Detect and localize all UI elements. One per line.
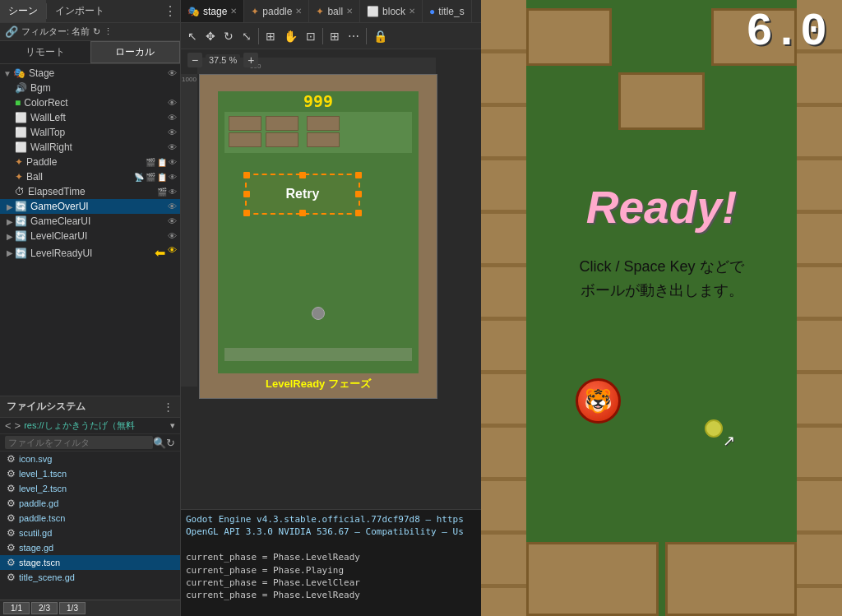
fs-item-icon-svg[interactable]: ⚙ icon.svg	[0, 452, 180, 466]
editor-tabs: 🎭 stage ✕ ✦ paddle ✕ ✦ ball ✕ ⬜ block ✕ …	[181, 0, 481, 23]
tree-item-stage[interactable]: ▼ 🎭 Stage 👁	[0, 66, 180, 81]
level-ready-label: LevelReady フェーズ	[266, 377, 371, 391]
console-line-engine: Godot Engine v4.3.stable.official.77dcf9…	[186, 513, 476, 526]
tree-item-walltop[interactable]: ⬜ WallTop 👁	[0, 125, 180, 140]
tree-item-wallleft[interactable]: ⬜ WallLeft 👁	[0, 110, 180, 125]
game-enemy: 🐯	[576, 378, 621, 424]
tab-ball[interactable]: ✦ ball ✕	[309, 0, 360, 22]
fs-titlescene-icon: ⚙	[7, 572, 16, 583]
preview-bricks-area	[224, 112, 412, 153]
retry-button-label[interactable]: Retry	[247, 175, 359, 213]
game-brick-t3	[618, 72, 704, 130]
wallright-meta: 👁	[168, 142, 177, 152]
console-line-phase1: current_phase = Phase.LevelReady	[186, 551, 476, 563]
tab-title-label: title_s	[438, 6, 464, 17]
fs-level1-icon: ⚙	[7, 468, 16, 479]
toolbar-rotate-icon[interactable]: ↻	[220, 28, 237, 44]
ball-script-icon: 📋	[157, 173, 167, 182]
tab-paddle-icon: ✦	[251, 6, 259, 17]
toolbar-crop-icon[interactable]: ⊡	[303, 28, 319, 44]
tree-item-wallright[interactable]: ⬜ WallRight 👁	[0, 140, 180, 155]
import-tab[interactable]: インポート	[47, 0, 113, 22]
fs-path-menu-icon[interactable]: ▾	[170, 420, 175, 431]
fs-item-level1[interactable]: ⚙ level_1.tscn	[0, 466, 180, 481]
zoom-minus-btn[interactable]: −	[187, 53, 202, 67]
game-instruction: Click / Space Key などで ボールが動き出します。	[526, 255, 797, 303]
bgm-label: Bgm	[30, 82, 177, 94]
tree-item-colorrect[interactable]: ■ ColorRect 👁	[0, 95, 180, 110]
sel-handle-tc	[299, 172, 306, 178]
toolbar-grid-icon[interactable]: ⊞	[326, 28, 343, 44]
scene-tab[interactable]: シーン	[0, 0, 46, 22]
tab-block[interactable]: ⬜ block ✕	[360, 0, 423, 22]
paddle-meta: 🎬 📋 👁	[146, 158, 177, 167]
tab-ball-close[interactable]: ✕	[346, 7, 353, 16]
toolbar-hand-icon[interactable]: ✋	[280, 28, 301, 44]
colorrect-vis-icon: 👁	[168, 98, 177, 108]
fs-back-icon[interactable]: <	[5, 419, 12, 432]
toolbar-sep3	[366, 28, 367, 44]
tab-title[interactable]: ● title_s	[423, 0, 472, 22]
tree-item-ball[interactable]: ✦ Ball 📡 🎬 📋 👁	[0, 169, 180, 184]
game-brick-t1	[526, 8, 612, 66]
tree-item-gameoverui[interactable]: ▶ 🔄 GameOverUI 👁	[0, 199, 180, 214]
fs-item-stagetscn[interactable]: ⚙ stage.tscn	[0, 555, 180, 570]
fs-item-scutil[interactable]: ⚙ scutil.gd	[0, 526, 180, 540]
tree-item-levelclearui[interactable]: ▶ 🔄 LevelClearUI 👁	[0, 229, 180, 243]
tab-paddle-close[interactable]: ✕	[295, 7, 302, 16]
scene-tree: ▼ 🎭 Stage 👁 🔊 Bgm ■ ColorRect 👁 ⬜ Wall	[0, 64, 180, 396]
filter-row: 🔗 フィルター: 名前 ↻ ⋮	[0, 23, 180, 41]
toolbar-select-icon[interactable]: ↖	[184, 28, 201, 44]
zoom-plus-btn[interactable]: +	[243, 53, 258, 67]
tree-item-levelreadyui[interactable]: ▶ 🔄 LevelReadyUI ⬅ 👁	[0, 243, 180, 262]
tab-stage-close[interactable]: ✕	[230, 7, 237, 16]
tab-stage-label: stage	[203, 6, 227, 17]
stage-label: Stage	[29, 67, 168, 79]
tree-item-bgm[interactable]: 🔊 Bgm	[0, 81, 180, 95]
fs-menu-icon[interactable]: ⋮	[163, 401, 173, 413]
fs-filter-refresh-icon[interactable]: ↻	[166, 437, 175, 449]
fs-filter-input[interactable]	[5, 436, 153, 449]
game-ready-text: Ready!	[586, 181, 737, 234]
toolbar-scale-icon[interactable]: ⤡	[238, 28, 255, 44]
ball-signal-icon: 📡	[134, 173, 144, 182]
toolbar-move-icon[interactable]: ✥	[202, 28, 219, 44]
stage-meta: 👁	[168, 68, 177, 78]
fs-item-titlescene[interactable]: ⚙ title_scene.gd	[0, 570, 180, 585]
game-score: 6.0	[746, 7, 827, 58]
tree-item-elapsedtime[interactable]: ⏱ ElapsedTime 🎬 👁	[0, 184, 180, 199]
remote-tab[interactable]: リモート	[0, 41, 90, 63]
fs-forward-icon[interactable]: >	[15, 419, 21, 432]
toolbar-snap-icon[interactable]: ⊞	[262, 28, 279, 44]
gameclearui-icon: 🔄	[15, 215, 27, 227]
tree-item-gameclearui[interactable]: ▶ 🔄 GameClearUI 👁	[0, 214, 180, 229]
fs-item-stagegd[interactable]: ⚙ stage.gd	[0, 540, 180, 555]
levelclearui-meta: 👁	[168, 231, 177, 241]
filter-refresh-icon[interactable]: ↻	[93, 26, 100, 37]
scene-tab-label: シーン	[8, 4, 38, 18]
tab-block-close[interactable]: ✕	[409, 7, 415, 16]
filter-menu-icon[interactable]: ⋮	[104, 26, 113, 37]
editor-toolbar: ↖ ✥ ↻ ⤡ ⊞ ✋ ⊡ ⊞ ⋯ 🔒	[181, 23, 481, 49]
fs-path-row: < > res://しょかきうたげ（無料 ▾	[0, 418, 180, 434]
link-icon: 🔗	[5, 25, 18, 38]
fs-stagetscn-icon: ⚙	[7, 557, 16, 568]
console-line-opengl: OpenGL API 3.3.0 NVIDIA 536.67 – Compati…	[186, 526, 476, 538]
walltop-meta: 👁	[168, 127, 177, 137]
fs-item-paddletscn[interactable]: ⚙ paddle.tscn	[0, 511, 180, 526]
panel-menu-icon[interactable]: ⋮	[164, 3, 177, 19]
tab-paddle[interactable]: ✦ paddle ✕	[244, 0, 309, 22]
toolbar-dots-icon[interactable]: ⋯	[345, 28, 363, 44]
tree-item-paddle[interactable]: ✦ Paddle 🎬 📋 👁	[0, 155, 180, 169]
fs-stagegd-icon: ⚙	[7, 542, 16, 553]
fs-item-paddlegdscript[interactable]: ⚙ paddle.gd	[0, 496, 180, 511]
ruler-vertical: 1000	[181, 74, 197, 387]
colorrect-icon: ■	[15, 97, 21, 109]
fs-filter-search-icon[interactable]: 🔍	[153, 437, 166, 449]
local-tab[interactable]: ローカル	[90, 41, 181, 63]
tab-stage[interactable]: 🎭 stage ✕	[181, 0, 244, 22]
fs-item-level2[interactable]: ⚙ level_2.tscn	[0, 481, 180, 496]
zoom-label: 37.5 %	[206, 54, 240, 66]
toolbar-lock-icon[interactable]: 🔒	[370, 28, 391, 44]
gameclearui-meta: 👁	[168, 216, 177, 226]
